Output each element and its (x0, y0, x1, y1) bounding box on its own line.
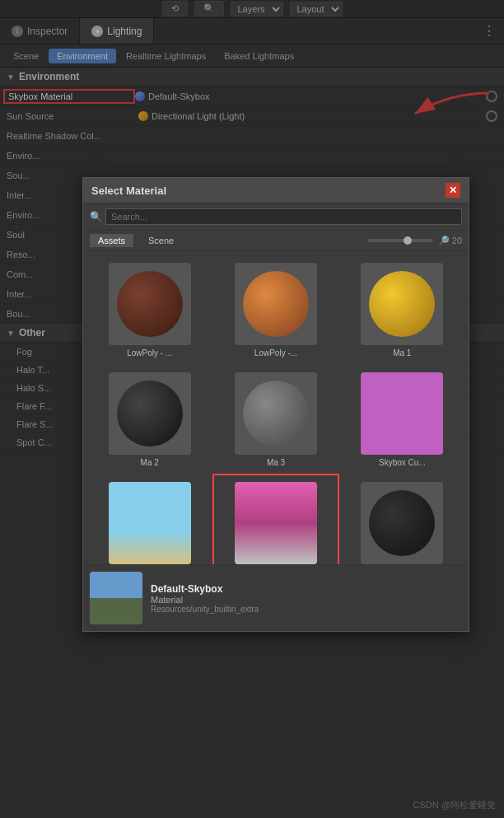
material-label-ma3: Ma 3 (267, 458, 285, 467)
material-label-skyboxcu1: Skybox Cu... (379, 458, 426, 467)
sphere-ma2 (117, 381, 183, 446)
material-thumb-lowpoly1 (109, 263, 191, 345)
material-lowpoly2[interactable]: LowPoly -... (212, 255, 338, 364)
material-label-ma1: Ma 1 (393, 348, 411, 358)
material-ma1[interactable]: Ma 1 (339, 255, 465, 364)
modal-search-bar: 🔍 (83, 203, 469, 231)
preview-name: Default-Skybox (151, 583, 462, 595)
select-material-modal: Select Material ✕ 🔍 Assets Scene 🔎 20 Lo… (82, 177, 469, 632)
zoom-label: 🔎 20 (438, 236, 462, 246)
material-label-ma2: Ma 2 (141, 458, 159, 467)
preview-info: Default-Skybox Material Resources/unity_… (151, 583, 462, 614)
modal-preview: Default-Skybox Material Resources/unity_… (83, 564, 469, 631)
sphere-lowpoly2 (243, 271, 309, 337)
material-ma2[interactable]: Ma 2 (86, 364, 212, 474)
modal-title-bar: Select Material ✕ (83, 178, 469, 203)
preview-path: Resources/unity_builtin_extra (151, 605, 462, 614)
material-label-lowpoly2: LowPoly -... (254, 348, 297, 358)
material-thumb-lowpoly2 (235, 263, 317, 345)
modal-tab-scene[interactable]: Scene (140, 234, 182, 247)
material-thumb-ma1 (361, 263, 443, 345)
material-thumb-skyboxcu3 (235, 482, 317, 564)
modal-tab-bar: Assets Scene 🔎 20 (83, 231, 469, 251)
zoom-slider[interactable] (367, 239, 433, 242)
material-thumb-ma3 (235, 372, 317, 455)
material-thumb-skyboxcu2 (109, 482, 191, 564)
sphere-tv (369, 490, 435, 556)
search-icon: 🔍 (90, 211, 102, 222)
zoom-thumb (404, 236, 412, 245)
material-skyboxcu3[interactable]: Skybox Cu... (212, 474, 338, 564)
modal-title: Select Material (91, 185, 166, 197)
modal-tab-assets[interactable]: Assets (90, 234, 133, 247)
preview-thumbnail (90, 572, 142, 624)
material-lowpoly1[interactable]: LowPoly - ... (86, 255, 212, 364)
material-thumb-ma2 (109, 372, 191, 455)
material-search-input[interactable] (105, 208, 462, 225)
material-thumb-tv (361, 482, 443, 564)
material-skyboxcu1[interactable]: Skybox Cu... (339, 364, 465, 474)
material-ma3[interactable]: Ma 3 (212, 364, 338, 474)
zoom-control: 🔎 20 (367, 236, 462, 246)
material-skyboxcu2[interactable]: Skybox Cu... (86, 474, 212, 564)
modal-close-button[interactable]: ✕ (446, 183, 460, 198)
preview-type: Material (151, 595, 462, 605)
sphere-ma1 (369, 271, 435, 337)
material-thumb-skyboxcu1 (361, 372, 443, 455)
material-grid: LowPoly - ... LowPoly -... Ma 1 Ma 2 (83, 251, 469, 564)
sphere-lowpoly1 (117, 271, 183, 337)
material-label-lowpoly1: LowPoly - ... (127, 348, 172, 358)
material-tv[interactable]: TV (339, 474, 465, 564)
sphere-ma3 (243, 381, 309, 446)
